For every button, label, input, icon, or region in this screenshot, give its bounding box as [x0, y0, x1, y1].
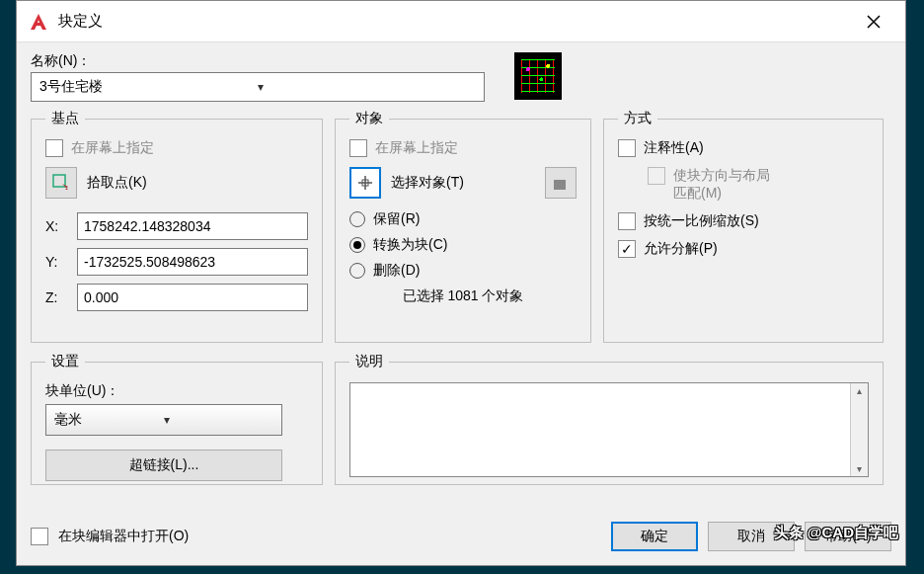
x-input[interactable]	[77, 212, 308, 240]
specify-onscreen-objects-label: 在屏幕上指定	[375, 139, 458, 157]
quick-select-icon	[552, 174, 570, 192]
specify-onscreen-objects-checkbox[interactable]	[349, 139, 367, 157]
annotative-label: 注释性(A)	[644, 139, 704, 157]
match-orientation-label-2: 匹配(M)	[673, 185, 770, 203]
unit-value: 毫米	[54, 411, 164, 429]
chevron-down-icon: ▾	[258, 80, 476, 94]
dialog-title: 块定义	[58, 12, 854, 31]
z-label: Z:	[45, 289, 65, 305]
settings-legend: 设置	[45, 353, 85, 370]
select-objects-label: 选择对象(T)	[391, 174, 464, 192]
name-label: 名称(N)：	[31, 52, 485, 70]
convert-label: 转换为块(C)	[373, 236, 447, 254]
description-legend: 说明	[349, 353, 389, 370]
svg-rect-2	[554, 180, 566, 190]
titlebar: 块定义	[17, 1, 905, 42]
pick-point-icon	[52, 174, 70, 192]
ok-button[interactable]: 确定	[611, 522, 698, 551]
behavior-group: 方式 注释性(A) 使块方向与布局 匹配(M) 按统一比例缩放(S)	[603, 110, 884, 343]
name-value: 3号住宅楼	[39, 78, 258, 96]
z-input[interactable]	[77, 284, 308, 311]
selected-count-label: 已选择 1081 个对象	[349, 287, 577, 305]
allow-exploding-checkbox[interactable]: ✓	[618, 240, 636, 258]
chevron-down-icon: ▾	[164, 413, 273, 427]
pick-point-label: 拾取点(K)	[87, 174, 147, 192]
hyperlink-button[interactable]: 超链接(L)...	[45, 450, 282, 481]
description-textarea[interactable]: ▴ ▾	[349, 382, 869, 477]
description-scrollbar[interactable]: ▴ ▾	[850, 383, 868, 476]
unit-label: 块单位(U)：	[45, 382, 308, 400]
pick-point-button[interactable]	[45, 167, 77, 199]
match-orientation-checkbox	[648, 167, 665, 185]
objects-legend: 对象	[349, 110, 389, 127]
cancel-button[interactable]: 取消	[708, 522, 795, 551]
x-label: X:	[45, 218, 65, 234]
unit-select[interactable]: 毫米 ▾	[45, 404, 282, 436]
allow-exploding-label: 允许分解(P)	[644, 240, 718, 258]
autocad-app-icon	[29, 12, 48, 32]
delete-radio[interactable]	[349, 263, 365, 279]
block-preview-image	[514, 52, 562, 100]
specify-onscreen-basepoint-label: 在屏幕上指定	[71, 139, 154, 157]
close-button[interactable]	[854, 2, 893, 41]
description-group: 说明 ▴ ▾	[335, 353, 884, 485]
objects-group: 对象 在屏幕上指定 选择对象(T)	[335, 110, 591, 343]
y-label: Y:	[45, 254, 65, 270]
scroll-up-icon: ▴	[857, 385, 862, 396]
delete-label: 删除(D)	[373, 262, 420, 280]
scroll-down-icon: ▾	[857, 463, 862, 474]
specify-onscreen-basepoint-checkbox[interactable]	[45, 139, 63, 157]
scale-uniformly-label: 按统一比例缩放(S)	[644, 212, 759, 230]
dialog-content: 名称(N)： 3号住宅楼 ▾ 基点 在屏幕上指定	[17, 42, 905, 510]
open-in-editor-checkbox[interactable]	[31, 528, 48, 545]
convert-radio[interactable]	[349, 237, 365, 253]
settings-group: 设置 块单位(U)： 毫米 ▾ 超链接(L)...	[31, 353, 323, 485]
block-definition-dialog: 块定义 名称(N)： 3号住宅楼 ▾ 基点 在屏幕上指定	[16, 0, 906, 566]
behavior-legend: 方式	[618, 110, 657, 127]
select-objects-icon	[356, 174, 374, 192]
scale-uniformly-checkbox[interactable]	[618, 212, 636, 230]
close-icon	[867, 15, 881, 29]
name-combobox[interactable]: 3号住宅楼 ▾	[31, 72, 485, 102]
match-orientation-label-1: 使块方向与布局	[673, 167, 770, 185]
retain-label: 保留(R)	[373, 210, 420, 228]
select-objects-button[interactable]	[349, 167, 381, 199]
quick-select-button[interactable]	[545, 167, 577, 199]
help-button[interactable]: 帮助(H)	[805, 522, 891, 551]
base-point-group: 基点 在屏幕上指定 拾取点(K) X:	[31, 110, 323, 343]
open-in-editor-label: 在块编辑器中打开(O)	[58, 528, 189, 545]
dialog-footer: 在块编辑器中打开(O) 确定 取消 帮助(H)	[17, 510, 905, 565]
retain-radio[interactable]	[349, 211, 365, 227]
annotative-checkbox[interactable]	[618, 139, 636, 157]
base-point-legend: 基点	[45, 110, 85, 127]
y-input[interactable]	[77, 248, 308, 276]
